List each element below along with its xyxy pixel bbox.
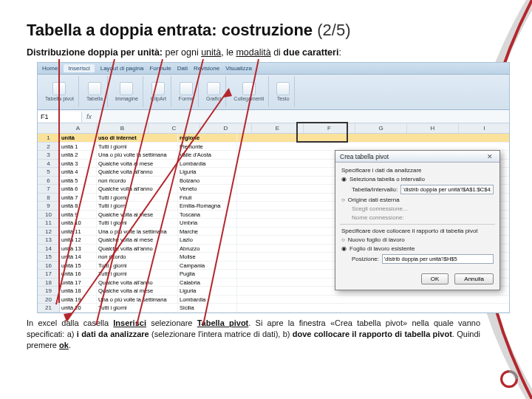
title-text: Tabella a doppia entrata: costruzione (27, 21, 313, 39)
row-header[interactable]: 16 (38, 262, 59, 270)
row-header[interactable]: 6 (38, 177, 59, 185)
subheading: Distribuzione doppia per unità: per ogni… (27, 47, 508, 58)
ribbon-icon (207, 82, 220, 95)
ribbon-icon (242, 82, 256, 95)
opt-external[interactable]: Origine dati esterna (348, 197, 400, 203)
row-header[interactable]: 10 (38, 211, 59, 219)
opt-select-range[interactable]: Seleziona tabella o intervallo (349, 176, 425, 183)
cancel-button[interactable]: Annulla (454, 273, 494, 284)
row-headers: 123456789101112131415161718192021 (38, 123, 60, 313)
opt-existing-sheet[interactable]: Foglio di lavoro esistente (349, 245, 415, 252)
ribbon-icon (120, 82, 133, 95)
row-header[interactable]: 14 (38, 245, 59, 253)
row-header[interactable]: 11 (38, 219, 59, 228)
dialog-section2: Specificare dove collocare il rapporto d… (341, 228, 494, 234)
ribbon-tab[interactable]: Home (42, 65, 58, 72)
caption: In excel dalla casella Inserisci selezio… (27, 318, 508, 351)
row-header[interactable]: 7 (38, 185, 59, 194)
ribbon-group[interactable]: Forme (174, 76, 199, 107)
ribbon: HomeInserisciLayout di paginaFormuleDati… (38, 63, 509, 110)
dialog-title: Crea tabella pivot (340, 151, 389, 162)
subhead-strong: Distribuzione doppia per unità: (27, 47, 163, 58)
pivot-dialog[interactable]: Crea tabella pivot ✕ Specificare i dati … (335, 150, 500, 290)
row-header[interactable]: 17 (38, 270, 59, 279)
col-header[interactable]: G (355, 123, 407, 133)
ribbon-icon (52, 82, 66, 95)
ribbon-group[interactable]: Testo (272, 76, 295, 107)
ribbon-icon (88, 82, 101, 95)
column-headers: ABCDEFGHIJK (60, 123, 509, 134)
ribbon-tab[interactable]: Dati (177, 65, 188, 72)
radio-icon[interactable]: ○ (341, 236, 345, 243)
ribbon-group[interactable]: ClipArt (146, 76, 171, 107)
ribbon-tab[interactable]: Formule (149, 65, 171, 72)
ribbon-tab[interactable]: Layout di pagina (100, 65, 144, 72)
row-header[interactable]: 15 (38, 253, 59, 262)
col-header[interactable]: I (459, 123, 509, 133)
row-header[interactable]: 19 (38, 287, 59, 296)
excel-window: HomeInserisciLayout di paginaFormuleDati… (37, 62, 510, 313)
ok-button[interactable]: OK (421, 273, 449, 284)
row-header[interactable]: 18 (38, 279, 59, 287)
ribbon-group[interactable]: Tabella pivot (41, 76, 79, 107)
slide-pager: (2/5) (317, 21, 350, 39)
ribbon-icon (151, 82, 165, 95)
col-header[interactable]: F (304, 123, 355, 133)
row-header[interactable]: 2 (38, 143, 59, 151)
ribbon-group[interactable]: Grafici (202, 76, 226, 107)
opt-new-sheet[interactable]: Nuovo foglio di lavoro (348, 236, 405, 243)
logo-icon (499, 369, 519, 389)
label-range: Tabella/Intervallo: (352, 186, 398, 193)
radio-icon[interactable]: ○ (341, 197, 345, 203)
col-header[interactable]: H (407, 123, 459, 133)
position-input[interactable] (382, 254, 494, 264)
row-header[interactable]: 9 (38, 202, 59, 211)
ribbon-group[interactable]: Tabella (82, 76, 108, 107)
slide-title: Tabella a doppia entrata: costruzione (2… (27, 21, 508, 40)
dialog-titlebar: Crea tabella pivot ✕ (335, 151, 499, 163)
name-box[interactable]: F1 (38, 112, 82, 122)
radio-icon[interactable]: ◉ (341, 176, 347, 183)
ribbon-tabs[interactable]: HomeInserisciLayout di paginaFormuleDati… (38, 63, 509, 75)
range-input[interactable] (400, 185, 494, 194)
ribbon-icon (180, 82, 193, 95)
label-position: Posizione: (352, 256, 379, 262)
row-header[interactable]: 21 (38, 304, 59, 313)
row-header[interactable]: 12 (38, 228, 59, 236)
table-row[interactable]: unitàuso di internetregione (60, 134, 509, 143)
row-header[interactable]: 20 (38, 296, 59, 304)
col-header[interactable]: B (97, 123, 149, 133)
ribbon-tab[interactable]: Revisione (194, 65, 219, 72)
col-header[interactable]: E (252, 123, 304, 133)
close-icon[interactable]: ✕ (485, 151, 495, 162)
ribbon-icon (276, 82, 290, 95)
col-header[interactable]: C (149, 123, 200, 133)
ribbon-group[interactable]: Immagine (111, 76, 143, 107)
radio-icon[interactable]: ◉ (341, 245, 347, 252)
row-header[interactable]: 5 (38, 168, 59, 177)
ribbon-tab[interactable]: Visualizza (225, 65, 252, 72)
formula-bar: F1 fx (38, 110, 509, 123)
ribbon-tab[interactable]: Inserisci (64, 64, 94, 72)
col-header[interactable]: A (60, 123, 97, 133)
ribbon-groups: Tabella pivotTabellaImmagineClipArtForme… (38, 75, 509, 109)
row-header[interactable]: 1 (38, 134, 59, 143)
row-header[interactable]: 3 (38, 151, 59, 160)
conn-name-label: Nome connessione: (352, 214, 404, 221)
choose-connection-button: Scegli connessione... (352, 205, 408, 212)
table-row[interactable]: unità 20Tutti i giorniSicilia (60, 304, 509, 313)
ribbon-group[interactable]: Collegamenti (229, 76, 269, 107)
row-header[interactable]: 4 (38, 160, 59, 168)
table-row[interactable]: unità 19Una o più volte la settimanaLomb… (60, 296, 509, 304)
row-header[interactable]: 8 (38, 194, 59, 202)
fx-label: fx (82, 113, 96, 120)
dialog-section1: Specificare i dati da analizzare (341, 167, 494, 174)
row-header[interactable]: 13 (38, 236, 59, 245)
col-header[interactable]: D (200, 123, 252, 133)
